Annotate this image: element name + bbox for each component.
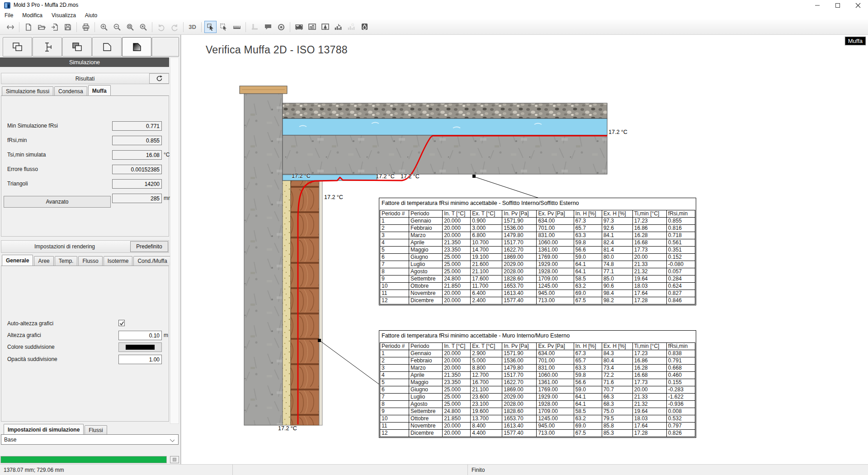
table-row: 8Agosto25.00021.1002028.00 1928.0064.177… <box>380 268 695 276</box>
refresh-button[interactable] <box>149 73 169 84</box>
avanzato-button[interactable]: Avanzato <box>4 196 111 208</box>
tab-isoterme[interactable]: Isoterme <box>104 256 133 266</box>
minimize-button[interactable] <box>807 0 827 11</box>
axes-tool-icon[interactable] <box>249 21 261 33</box>
chart-flux-icon[interactable] <box>319 21 331 33</box>
leader-dot-wall <box>318 339 321 342</box>
results-header-bar: Risultati <box>1 73 169 84</box>
table-column-header: In. Pv [Pa] <box>502 210 537 218</box>
view-tab-results[interactable] <box>122 37 151 57</box>
view-tab-boundary[interactable] <box>92 37 122 57</box>
chart-bars-g-icon[interactable]: G <box>345 21 358 33</box>
moisture-view-icon[interactable] <box>359 21 371 33</box>
tab-flussi[interactable]: Flussi <box>85 425 107 435</box>
unit-label: m <box>164 332 168 338</box>
chart-bars-l-icon[interactable] <box>332 21 344 33</box>
field-colore-suddivisione: Colore suddivisione <box>0 342 169 352</box>
table-row: 2Febbraio20.0005.0001536.00 701.0065.780… <box>380 357 695 365</box>
frsi-min-value[interactable] <box>112 136 162 145</box>
colore-suddivisione-button[interactable] <box>118 342 162 352</box>
chart-results-icon[interactable] <box>293 21 305 33</box>
table-row: 10Ottobre21.85013.7001653.70 1245.0063.2… <box>380 415 695 423</box>
open-file-icon[interactable] <box>35 21 47 33</box>
toolbar-separator <box>19 22 19 32</box>
progress-stop-button[interactable] <box>170 456 179 463</box>
table-row: 5Maggio23.35014.7001622.70 1361.0056.681… <box>380 247 695 254</box>
altezza-grafici-input[interactable] <box>118 331 162 340</box>
tab-aree[interactable]: Aree <box>34 256 53 266</box>
tab-generale[interactable]: Generale <box>2 255 33 266</box>
table-row: 5Maggio23.35016.7001622.70 1361.0056.671… <box>380 379 695 386</box>
window-title: Mold 3 Pro - Muffa 2D.mos <box>14 2 78 8</box>
toolbar-separator <box>290 22 290 32</box>
cursor-coordinates: 1378.07 mm; 729.06 mm <box>0 465 233 475</box>
table-row: 10Ottobre21.85011.7001653.70 1245.0063.2… <box>380 283 695 290</box>
maximize-button[interactable] <box>827 0 848 11</box>
view-tab-dimensions[interactable] <box>33 37 62 57</box>
view-tab-blank[interactable] <box>152 37 179 57</box>
lunghezza-muffa-value[interactable] <box>112 194 162 203</box>
save-file-icon[interactable] <box>61 21 74 33</box>
measure-tool-icon[interactable] <box>231 21 243 33</box>
menu-file[interactable]: File <box>0 12 18 19</box>
preview-tool-icon[interactable] <box>275 21 287 33</box>
sim-profile-dropdown[interactable]: Base <box>1 434 179 445</box>
field-label: fRsi,min <box>7 137 27 143</box>
wood-cladding-layer <box>291 180 319 425</box>
auto-altezza-checkbox[interactable] <box>118 320 125 326</box>
select-tool-icon[interactable] <box>204 21 217 33</box>
fit-width-icon[interactable] <box>4 21 16 33</box>
status-bar: 1378.07 mm; 729.06 mm Finito <box>0 464 868 475</box>
tab-condensa[interactable]: Condensa <box>54 86 87 96</box>
tab-flusso[interactable]: Flusso <box>78 256 102 266</box>
toolbar-separator <box>245 22 246 32</box>
view-tab-geometry[interactable] <box>3 37 32 57</box>
triangoli-value[interactable] <box>112 179 162 189</box>
view-tab-materials[interactable] <box>62 37 92 57</box>
print-icon[interactable] <box>80 21 92 33</box>
zoom-out-icon[interactable] <box>111 21 123 33</box>
refresh-icon <box>156 75 163 82</box>
temp-label: 17.2 °C <box>376 173 395 180</box>
menu-modifica[interactable]: Modifica <box>18 12 47 19</box>
field-label: Altezza grafici <box>7 332 41 338</box>
tsi-min-value[interactable] <box>112 150 162 160</box>
view-3d-icon[interactable]: 3D <box>186 21 198 33</box>
menu-visualizza[interactable]: Visualizza <box>47 12 80 19</box>
menu-aiuto[interactable]: Aiuto <box>80 12 102 19</box>
xps-insulation-layer <box>283 119 607 135</box>
errore-flusso-value[interactable] <box>112 165 162 174</box>
field-triangoli: Triangoli <box>0 179 169 189</box>
table-header-row: Periodo #PeriodoIn. T [°C]Ex. T [°C]In. … <box>380 210 695 218</box>
title-bar: Mold 3 Pro - Muffa 2D.mos <box>0 0 868 11</box>
redo-icon[interactable] <box>168 21 180 33</box>
temp-label: 17.2 °C <box>292 173 311 179</box>
chart-frame-icon[interactable] <box>306 21 318 33</box>
zoom-reset-icon[interactable] <box>137 21 149 33</box>
annotation-tool-icon[interactable] <box>262 21 274 33</box>
zoom-in-icon[interactable] <box>98 21 110 33</box>
drawing-canvas[interactable]: Verifica Muffa 2D - ISO 13788 Muffa <box>182 35 868 464</box>
table-row: 6Giugno25.00021.1001869.00 1769.0059.070… <box>380 386 695 394</box>
zoom-window-icon[interactable] <box>124 21 136 33</box>
undo-icon[interactable] <box>155 21 167 33</box>
temp-label: 17.2 °C <box>609 129 627 135</box>
tab-muffa[interactable]: Muffa <box>88 85 111 96</box>
select-box-tool-icon[interactable] <box>217 21 230 33</box>
tab-simulazione-flussi[interactable]: Simulazione flussi <box>2 86 53 96</box>
min-frsi-value[interactable] <box>112 121 162 131</box>
chevron-down-icon <box>170 437 175 442</box>
predefinito-button[interactable]: Predefinito <box>130 241 168 252</box>
sidebar-scrollbar[interactable] <box>170 57 179 424</box>
tab-cond-muffa[interactable]: Cond./Muffa <box>133 256 171 266</box>
tab-impostazioni-simulazione[interactable]: Impostazioni di simulazione <box>4 424 84 435</box>
table-row: 4Aprile21.35012.7001517.70 1060.0059.872… <box>380 372 695 379</box>
field-label: Colore suddivisione <box>7 344 55 350</box>
table-row: 7Luglio25.00021.6002029.00 1929.0064.174… <box>380 261 695 268</box>
tab-temp[interactable]: Temp. <box>55 256 78 266</box>
opacita-suddivisione-input[interactable] <box>118 355 162 364</box>
import-file-icon[interactable] <box>48 21 61 33</box>
new-file-icon[interactable] <box>22 21 34 33</box>
close-button[interactable] <box>848 0 868 11</box>
table-row: 3Marzo20.0008.8001479.80 831.0063.373.41… <box>380 365 695 372</box>
